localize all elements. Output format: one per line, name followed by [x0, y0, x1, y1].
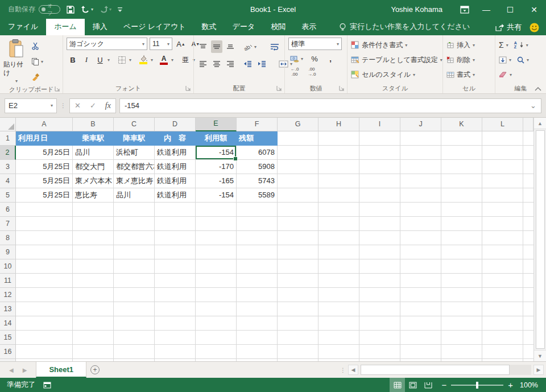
cell-E11[interactable]: [196, 274, 237, 288]
delete-cells-button[interactable]: 削除 ▾: [446, 53, 475, 66]
cell-L16[interactable]: [482, 345, 523, 359]
cell-G7[interactable]: [278, 217, 318, 231]
cell-F4[interactable]: 5743: [237, 174, 278, 188]
user-account[interactable]: Yoshie Kohama: [391, 5, 442, 14]
cell-J12[interactable]: [400, 288, 441, 302]
wrap-text-button[interactable]: [268, 40, 281, 53]
cell-A14[interactable]: [16, 316, 73, 331]
fill-button[interactable]: ▾: [499, 53, 511, 66]
cell-partial[interactable]: [523, 231, 533, 245]
row-header-15[interactable]: 15: [0, 331, 16, 345]
cell-K12[interactable]: [441, 288, 482, 302]
decrease-decimal-button[interactable]: .00 →.0: [305, 67, 318, 77]
cell-I7[interactable]: [359, 217, 400, 231]
italic-button[interactable]: I: [80, 53, 93, 66]
cell-B4[interactable]: 東メ六本木: [73, 174, 114, 188]
cell-I3[interactable]: [359, 160, 400, 174]
cell-D12[interactable]: [155, 288, 196, 302]
cell-H8[interactable]: [318, 231, 359, 245]
cell-K14[interactable]: [441, 316, 482, 331]
copy-button[interactable]: ▾: [30, 55, 45, 68]
customize-qat-button[interactable]: [117, 7, 123, 13]
column-header-I[interactable]: I: [359, 118, 400, 131]
cell-L11[interactable]: [482, 274, 523, 288]
cell-G4[interactable]: [278, 174, 318, 188]
row-header-7[interactable]: 7: [0, 217, 16, 231]
cell-F16[interactable]: [237, 345, 278, 359]
cell-E3[interactable]: -170: [196, 160, 237, 174]
cell-K2[interactable]: [441, 146, 482, 160]
normal-view-button[interactable]: [390, 378, 405, 392]
comma-style-button[interactable]: ,: [324, 52, 337, 65]
row-header-13[interactable]: 13: [0, 302, 16, 316]
increase-indent-button[interactable]: [256, 57, 268, 70]
cell-E15[interactable]: [196, 331, 237, 345]
undo-button[interactable]: ▾: [81, 5, 93, 14]
cell-B10[interactable]: [73, 259, 114, 274]
cell-J9[interactable]: [400, 245, 441, 259]
format-painter-button[interactable]: [30, 71, 45, 83]
redo-button[interactable]: ▾: [99, 5, 111, 14]
cell-F9[interactable]: [237, 245, 278, 259]
cell-F17[interactable]: [237, 359, 278, 361]
cell-G2[interactable]: [278, 146, 318, 160]
cell-partial[interactable]: [523, 288, 533, 302]
column-header-K[interactable]: K: [441, 118, 482, 131]
font-name-select[interactable]: 游ゴシック ▾: [67, 38, 147, 50]
cell-E12[interactable]: [196, 288, 237, 302]
cell-A7[interactable]: [16, 217, 73, 231]
cell-H5[interactable]: [318, 188, 359, 203]
autosum-button[interactable]: Σ ▾: [499, 39, 508, 51]
clear-button[interactable]: ▾: [499, 68, 512, 81]
cell-partial[interactable]: [523, 174, 533, 188]
formula-input[interactable]: -154 ⌄: [119, 98, 541, 113]
cell-partial[interactable]: [523, 188, 533, 203]
cell-J7[interactable]: [400, 217, 441, 231]
cell-E10[interactable]: [196, 259, 237, 274]
cell-H12[interactable]: [318, 288, 359, 302]
cell-J13[interactable]: [400, 302, 441, 316]
cell-B2[interactable]: 品川: [73, 146, 114, 160]
cell-L12[interactable]: [482, 288, 523, 302]
alignment-dialog-launcher-icon[interactable]: [276, 85, 282, 91]
cell-K15[interactable]: [441, 331, 482, 345]
row-header-6[interactable]: 6: [0, 203, 16, 217]
horizontal-scroll-thumb[interactable]: [361, 365, 510, 375]
cell-H3[interactable]: [318, 160, 359, 174]
percent-style-button[interactable]: %: [308, 52, 321, 65]
align-right-button[interactable]: [225, 57, 236, 70]
tab-page-layout[interactable]: ページ レイアウト: [115, 19, 194, 35]
splitter-dots[interactable]: ⋮: [340, 367, 346, 373]
cell-A11[interactable]: [16, 274, 73, 288]
cell-partial[interactable]: [523, 345, 533, 359]
cell-E16[interactable]: [196, 345, 237, 359]
cell-H1[interactable]: [318, 131, 359, 146]
name-box[interactable]: E2 ▾: [5, 98, 57, 113]
cell-K7[interactable]: [441, 217, 482, 231]
cell-C17[interactable]: [114, 359, 155, 361]
smiley-feedback-icon[interactable]: [530, 23, 539, 32]
increase-decimal-button[interactable]: ←.0 .00: [288, 67, 301, 77]
cell-D15[interactable]: [155, 331, 196, 345]
cell-B3[interactable]: 都交大門: [73, 160, 114, 174]
row-header-3[interactable]: 3: [0, 160, 16, 174]
cell-G15[interactable]: [278, 331, 318, 345]
cell-I12[interactable]: [359, 288, 400, 302]
tell-me-search[interactable]: 実行したい作業を入力してください: [339, 22, 470, 35]
cell-E17[interactable]: [196, 359, 237, 361]
autosave-toggle[interactable]: 自動保存 オフ: [8, 5, 60, 14]
cut-button[interactable]: [30, 40, 45, 52]
row-header-1[interactable]: 1: [0, 131, 16, 146]
zoom-percentage[interactable]: 100%: [519, 381, 546, 389]
cell-F2[interactable]: 6078: [237, 146, 278, 160]
row-header-12[interactable]: 12: [0, 288, 16, 302]
cell-A12[interactable]: [16, 288, 73, 302]
cell-H2[interactable]: [318, 146, 359, 160]
cell-C15[interactable]: [114, 331, 155, 345]
cell-J15[interactable]: [400, 331, 441, 345]
cell-K8[interactable]: [441, 231, 482, 245]
cell-A1[interactable]: 利用月日: [16, 131, 73, 146]
font-dialog-launcher-icon[interactable]: [185, 85, 191, 91]
cell-partial[interactable]: [523, 316, 533, 331]
cell-partial[interactable]: [523, 274, 533, 288]
